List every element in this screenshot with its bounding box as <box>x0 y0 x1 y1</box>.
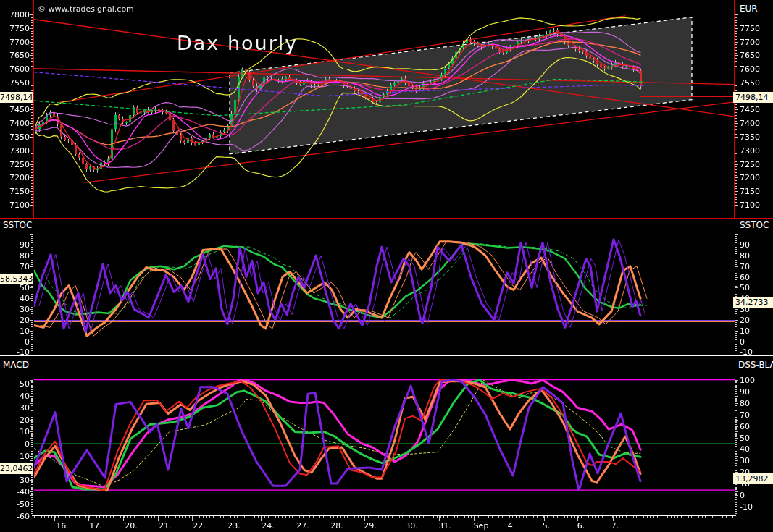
sstoc-axis-left[interactable] <box>0 219 33 355</box>
macd-value-box-left: 23,0462 <box>0 463 33 474</box>
axis-labels-layer: 7800775077007650760075507500745074007350… <box>0 0 773 532</box>
dss-axis-right[interactable] <box>735 357 773 515</box>
price-axis-left[interactable] <box>0 0 33 219</box>
sstoc-value-box-left: 58,5343 <box>0 274 33 284</box>
price-value-box-left: 7498,14 <box>0 92 33 103</box>
macd-value-box-right: 13,2982 <box>733 473 773 484</box>
price-value-box-right: 7498,14 <box>733 92 773 103</box>
sstoc-axis-right[interactable] <box>735 219 773 355</box>
date-axis[interactable] <box>0 515 773 532</box>
price-axis-right[interactable] <box>735 0 773 219</box>
sstoc-value-box-right: 34,2733 <box>733 297 773 308</box>
macd-axis-left[interactable] <box>0 357 33 515</box>
tradesignal-chart-window: © www.tradesignal.com Dax hourly EUR SST… <box>0 0 773 532</box>
